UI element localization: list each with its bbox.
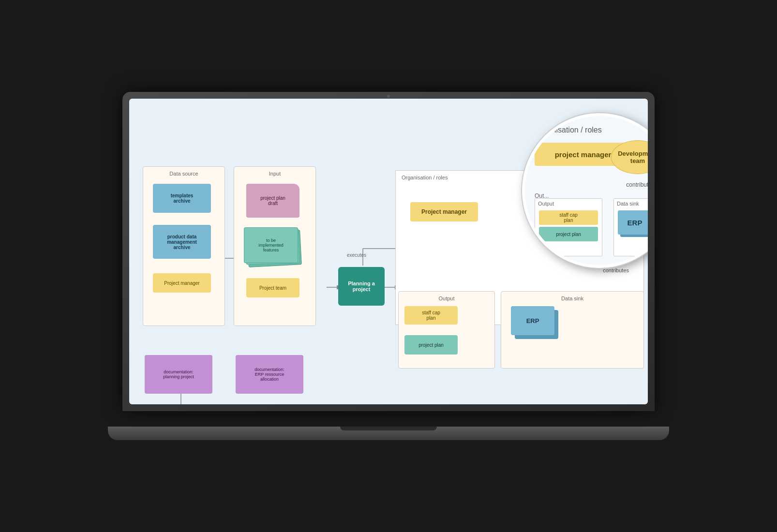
erp-box: ERP [511, 306, 554, 335]
camera-icon [387, 95, 390, 98]
magnifier-content: Organisation / roles project manager Dev… [530, 121, 648, 260]
staff-cap-box: staff cap plan [404, 306, 458, 325]
project-manager-ds-box: Project manager [153, 273, 211, 293]
output-label: Output [438, 296, 454, 301]
laptop-base [108, 427, 669, 440]
input-label: Input [269, 171, 281, 177]
project-plan-draft-box: project plan draft [246, 184, 299, 218]
magnifier-staff-cap: staff cap plan [539, 210, 598, 225]
output-section-box: Output staff cap plan project plan [398, 291, 495, 369]
magnifier-circle: Organisation / roles project manager Dev… [522, 113, 648, 268]
templates-archive-box: templates archive [153, 184, 211, 213]
laptop-screen: Data source templates archive product da… [129, 99, 648, 404]
magnifier-project-plan: project plan [539, 227, 598, 241]
project-manager-org-box: Project manager [410, 202, 478, 222]
contributes-label: contributes [603, 267, 629, 273]
magnifier-erp: ERP [618, 210, 648, 235]
magnifier-org-label: Organisation / roles [535, 126, 602, 134]
datasink-label: Data sink [561, 296, 583, 301]
features-box: to be implemented features [244, 227, 301, 266]
project-plan-out-box: project plan [404, 335, 458, 355]
laptop-wrapper: Data source templates archive product da… [122, 92, 655, 440]
executes-label: executes [347, 252, 366, 258]
doc1-box: documentation: planning project [145, 355, 212, 394]
product-data-box: product data management archive [153, 225, 211, 259]
magnifier-datasink-box: Data sink ERP [613, 198, 648, 256]
org-roles-label: Organisation / roles [402, 175, 448, 180]
datasource-section-box: Data source templates archive product da… [143, 166, 225, 326]
datasink-section-box: Data sink ERP [501, 291, 644, 369]
doc2-box: documentation: ERP ressource allocation [236, 355, 303, 394]
datasource-label: Data source [169, 171, 198, 177]
magnifier-contributes: contributes [626, 181, 648, 188]
planning-project-box: Planning a project [338, 267, 385, 306]
laptop-body: Data source templates archive product da… [122, 92, 655, 411]
input-section-box: Input project plan draft to be implement… [234, 166, 316, 326]
magnifier-output-box: Output staff cap plan project plan [535, 198, 602, 256]
project-team-box: Project team [246, 278, 299, 297]
